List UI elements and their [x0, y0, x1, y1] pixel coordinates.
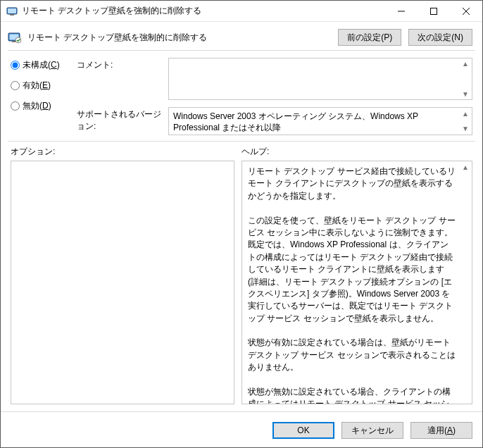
radio-enabled[interactable]: 有効(E): [11, 80, 70, 92]
button-label: 次の設定(N): [418, 32, 463, 44]
cancel-button[interactable]: キャンセル: [341, 422, 403, 439]
scroll-up-icon: ▲: [460, 60, 470, 68]
footer: OK キャンセル 適用(A): [1, 411, 482, 439]
options-panel: [11, 161, 234, 404]
close-button[interactable]: [450, 1, 482, 21]
supported-textbox: Windows Server 2003 オペレーティング システム、Window…: [168, 107, 472, 135]
panel-labels: オプション: ヘルプ:: [1, 142, 482, 161]
app-icon: [6, 6, 18, 17]
fields: コメント: ▲ ▼ サポートされるバージョン: Windows Server 2…: [77, 58, 472, 135]
svg-rect-1: [8, 8, 16, 13]
svg-rect-2: [10, 14, 14, 15]
apply-button[interactable]: 適用(A): [410, 422, 472, 439]
radio-input[interactable]: [11, 81, 20, 90]
svg-rect-3: [431, 8, 437, 14]
minimize-button[interactable]: [385, 1, 418, 21]
policy-title: リモート デスクトップ壁紙を強制的に削除する: [27, 32, 332, 44]
radio-label: 未構成(C): [23, 59, 60, 71]
button-label: キャンセル: [351, 425, 394, 437]
scroll-up-icon: ▲: [460, 109, 470, 119]
help-label: ヘルプ:: [242, 146, 269, 158]
panels: リモート デスクトップ サービス経由で接続しているリモート クライアントにデスク…: [1, 161, 482, 404]
radio-input[interactable]: [11, 61, 20, 70]
ok-button[interactable]: OK: [272, 422, 334, 439]
radio-not-configured[interactable]: 未構成(C): [11, 59, 70, 71]
supported-row: サポートされるバージョン: Windows Server 2003 オペレーティ…: [77, 107, 472, 135]
previous-setting-button[interactable]: 前の設定(P): [338, 29, 401, 46]
window-title: リモート デスクトップ壁紙を強制的に削除する: [22, 5, 385, 17]
maximize-button[interactable]: [418, 1, 450, 21]
radio-label: 無効(D): [23, 100, 51, 112]
help-panel: リモート デスクトップ サービス経由で接続しているリモート クライアントにデスク…: [242, 161, 472, 404]
config-section: 未構成(C) 有効(E) 無効(D) コメント: ▲ ▼ サポートされるバージョ…: [1, 51, 482, 141]
scroll-down-icon: ▼: [460, 124, 470, 134]
window-controls: [385, 1, 482, 21]
radio-disabled[interactable]: 無効(D): [11, 100, 70, 112]
supported-label: サポートされるバージョン:: [77, 107, 163, 132]
policy-icon: [8, 30, 22, 44]
button-label: 前の設定(P): [347, 32, 392, 44]
comment-row: コメント: ▲ ▼: [77, 58, 472, 100]
options-label: オプション:: [11, 146, 234, 158]
radio-input[interactable]: [11, 101, 20, 111]
state-radios: 未構成(C) 有効(E) 無効(D): [11, 58, 70, 135]
titlebar: リモート デスクトップ壁紙を強制的に削除する: [1, 1, 482, 22]
comment-textbox[interactable]: ▲ ▼: [168, 58, 472, 100]
radio-label: 有効(E): [23, 80, 51, 92]
comment-label: コメント:: [77, 58, 163, 71]
next-setting-button[interactable]: 次の設定(N): [408, 29, 472, 46]
scroll-up-icon: ▲: [460, 163, 470, 173]
button-label: 適用(A): [427, 425, 456, 437]
supported-text: Windows Server 2003 オペレーティング システム、Window…: [173, 111, 418, 132]
header: リモート デスクトップ壁紙を強制的に削除する 前の設定(P) 次の設定(N): [1, 22, 482, 50]
help-text: リモート デスクトップ サービス経由で接続しているリモート クライアントにデスク…: [248, 166, 456, 404]
button-label: OK: [297, 425, 309, 435]
scroll-down-icon: ▼: [460, 90, 470, 98]
